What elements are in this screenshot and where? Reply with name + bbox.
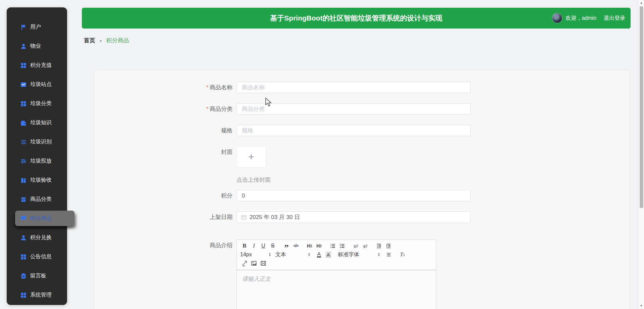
sidebar-item-users[interactable]: 用户 bbox=[7, 17, 67, 37]
underline-button[interactable]: U bbox=[259, 242, 268, 250]
sidebar-item-garbage-station[interactable]: 垃圾站点 bbox=[7, 75, 67, 94]
grid-icon bbox=[20, 292, 27, 299]
cover-label: 封面 bbox=[94, 146, 236, 184]
sidebar-item-label: 垃圾知识 bbox=[30, 119, 52, 126]
chevron-updown-icon: ▲▼ bbox=[308, 253, 310, 257]
format-select[interactable]: 文本 ▲▼ bbox=[275, 251, 310, 258]
indent-button[interactable] bbox=[384, 242, 393, 250]
form-row-spec: 规格 bbox=[94, 125, 629, 136]
sidebar-item-product-category[interactable]: 商品分类 bbox=[7, 190, 67, 209]
insert-image-button[interactable] bbox=[250, 259, 258, 267]
breadcrumb-home[interactable]: 首页 bbox=[84, 37, 95, 44]
blockquote-button[interactable]: ” bbox=[282, 244, 291, 252]
sliders-icon bbox=[20, 158, 27, 165]
grid-icon bbox=[20, 100, 27, 107]
required-asterisk: * bbox=[206, 84, 208, 91]
sidebar-item-label: 积分兑换 bbox=[30, 234, 52, 241]
form-card: *商品名称 *商品分类 规格 封面 + 点击上传封面 积分 bbox=[94, 70, 629, 309]
form-row-date: 上架日期 2025 年 03 月 30 日 bbox=[94, 211, 629, 223]
sidebar-item-system-management[interactable]: 系统管理 bbox=[7, 285, 67, 305]
code-button[interactable]: </> bbox=[291, 242, 300, 250]
spec-input[interactable] bbox=[236, 125, 471, 136]
align-button[interactable] bbox=[384, 251, 393, 259]
outdent-button[interactable] bbox=[375, 242, 383, 250]
sidebar-item-property[interactable]: 物业 bbox=[7, 37, 67, 56]
app-title: 基于SpringBoot的社区智能垃圾管理系统的设计与实现 bbox=[82, 8, 631, 29]
sidebar-item-label: 留言板 bbox=[30, 272, 46, 279]
required-asterisk: * bbox=[206, 106, 208, 112]
scroll-up-icon[interactable]: ▲ bbox=[639, 1, 644, 5]
editor-body[interactable]: 请输入正文 bbox=[236, 270, 436, 309]
header-user-area: 欢迎，admin 退出登录 bbox=[552, 8, 625, 29]
highlight-color-button[interactable]: A bbox=[326, 252, 331, 258]
scroll-down-icon[interactable]: ▼ bbox=[639, 304, 644, 308]
points-label: 积分 bbox=[94, 190, 236, 202]
breadcrumb-separator-icon: ● bbox=[100, 39, 102, 43]
text-color-button[interactable]: A bbox=[317, 252, 321, 258]
header-bar: 基于SpringBoot的社区智能垃圾管理系统的设计与实现 欢迎，admin 退… bbox=[82, 8, 631, 29]
form-row-category: *商品分类 bbox=[94, 103, 629, 115]
form-row-points: 积分 bbox=[94, 190, 629, 202]
sidebar-item-label: 商品分类 bbox=[30, 196, 52, 203]
page-scrollbar: ▲ ▼ bbox=[638, 0, 644, 309]
sidebar-item-announcement[interactable]: 公告信息 bbox=[7, 247, 67, 266]
sidebar-item-points-recharge[interactable]: 积分充值 bbox=[7, 56, 67, 75]
points-input[interactable] bbox=[236, 190, 471, 202]
form-row-name: *商品名称 bbox=[94, 82, 629, 93]
font-size-select[interactable]: 14px ▲▼ bbox=[240, 252, 271, 258]
bullet-list-button[interactable] bbox=[338, 242, 346, 250]
logout-link[interactable]: 退出登录 bbox=[604, 15, 625, 22]
insert-video-button[interactable] bbox=[259, 259, 268, 267]
link-icon bbox=[241, 260, 248, 266]
italic-button[interactable]: I bbox=[250, 242, 258, 250]
clear-format-button[interactable]: Tx bbox=[398, 251, 407, 259]
sidebar-item-label: 公告信息 bbox=[30, 253, 52, 260]
sidebar-item-label: 垃圾投放 bbox=[30, 158, 52, 165]
category-label: *商品分类 bbox=[94, 103, 236, 115]
date-label: 上架日期 bbox=[94, 211, 236, 223]
spec-label: 规格 bbox=[94, 125, 236, 136]
product-category-input[interactable] bbox=[236, 103, 471, 115]
superscript-button[interactable]: x2 bbox=[361, 242, 370, 250]
bold-button[interactable]: B bbox=[240, 242, 249, 250]
grid-icon bbox=[20, 62, 27, 69]
username: admin bbox=[582, 15, 596, 21]
sidebar-item-garbage-disposal[interactable]: 垃圾投放 bbox=[7, 151, 67, 171]
sidebar-item-label: 积分商品 bbox=[30, 215, 52, 222]
sidebar-item-garbage-category[interactable]: 垃圾分类 bbox=[7, 94, 67, 113]
sidebar-item-garbage-acceptance[interactable]: 垃圾验收 bbox=[7, 171, 67, 190]
sidebar-item-label: 垃圾站点 bbox=[30, 81, 52, 88]
product-name-input[interactable] bbox=[236, 82, 471, 93]
shelf-date-picker[interactable]: 2025 年 03 月 30 日 bbox=[236, 211, 471, 223]
outdent-icon bbox=[376, 243, 382, 249]
sidebar-item-points-product[interactable]: 积分商品 bbox=[15, 211, 74, 226]
bullet-list-icon bbox=[339, 243, 345, 249]
sidebar-item-message-board[interactable]: 留言板 bbox=[7, 266, 67, 285]
cover-upload-hint: 点击上传封面 bbox=[236, 176, 471, 184]
breadcrumb: 首页 ● 积分商品 bbox=[84, 37, 129, 44]
scrollbar-thumb[interactable] bbox=[640, 6, 643, 208]
sidebar-item-label: 垃圾分类 bbox=[30, 100, 52, 107]
intro-label: 商品介绍 bbox=[94, 239, 236, 309]
cover-upload-box[interactable]: + bbox=[236, 146, 266, 168]
ordered-list-button[interactable] bbox=[328, 242, 337, 250]
ordered-list-icon bbox=[330, 243, 336, 249]
sidebar-item-garbage-recognition[interactable]: 垃圾识别 bbox=[7, 132, 67, 151]
header2-button[interactable]: H2 bbox=[315, 242, 323, 250]
sidebar-item-label: 系统管理 bbox=[30, 292, 52, 299]
header1-button[interactable]: H1 bbox=[305, 242, 314, 250]
font-family-select[interactable]: 标准字体 ▲▼ bbox=[338, 251, 380, 258]
flag-icon bbox=[20, 24, 27, 31]
sidebar-item-points-exchange[interactable]: 积分兑换 bbox=[7, 228, 67, 247]
list-icon bbox=[20, 139, 27, 145]
plus-icon: + bbox=[248, 152, 254, 162]
sidebar-item-label: 垃圾识别 bbox=[30, 138, 52, 145]
subscript-button[interactable]: x2 bbox=[352, 242, 360, 250]
user-icon bbox=[20, 234, 27, 241]
link-button[interactable] bbox=[240, 259, 249, 267]
sidebar-item-garbage-knowledge[interactable]: 垃圾知识 bbox=[7, 113, 67, 132]
chevron-updown-icon: ▲▼ bbox=[378, 253, 380, 257]
editor-placeholder: 请输入正文 bbox=[242, 275, 431, 283]
strikethrough-button[interactable]: S bbox=[268, 242, 277, 250]
calendar-icon bbox=[241, 214, 247, 220]
